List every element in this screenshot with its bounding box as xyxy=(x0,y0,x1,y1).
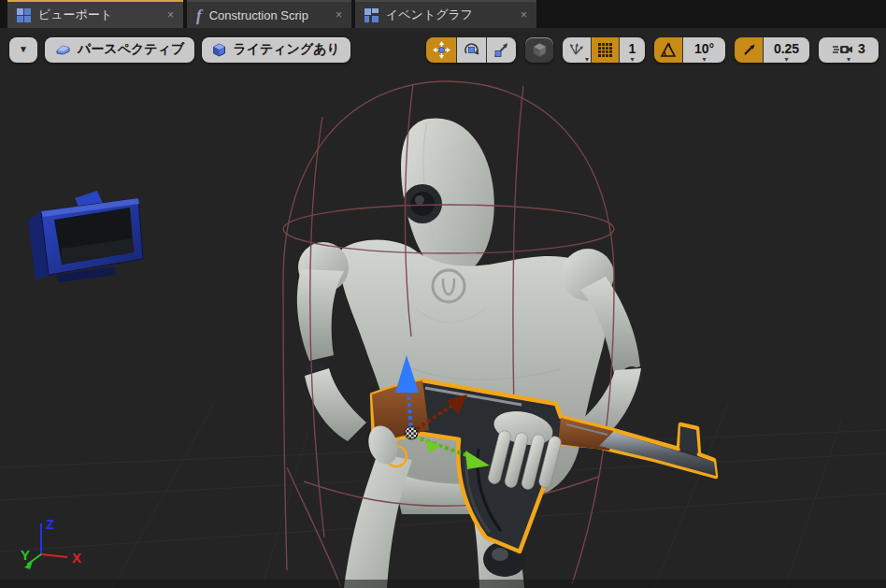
tab-event-graph[interactable]: イベントグラフ × xyxy=(355,0,536,28)
scale-snap-value[interactable]: 0.25 ▾ xyxy=(763,37,809,63)
scale-snap-group: 0.25 ▾ xyxy=(735,37,809,63)
grid-snap-toggle[interactable] xyxy=(591,37,619,63)
lit-mode-label: ライティングあり xyxy=(233,41,340,58)
scale-icon xyxy=(493,41,510,59)
grid-snap-value[interactable]: 1 ▾ xyxy=(619,37,645,63)
lit-mode-button[interactable]: ライティングあり xyxy=(202,37,350,63)
grid-snap-group: ▾ 1 ▾ xyxy=(563,37,645,63)
rotation-snap-toggle[interactable] xyxy=(654,37,682,63)
axis-gizmo: Z X Y xyxy=(21,516,81,569)
tab-label: Construction Scrip xyxy=(209,8,324,22)
camera-speed-button[interactable]: 3 ▾ xyxy=(819,37,879,63)
lit-cube-icon xyxy=(212,43,226,57)
scale-snap-icon xyxy=(741,42,757,58)
blue-dumpster-mesh[interactable] xyxy=(28,191,143,282)
rotation-snap-value[interactable]: 10° ▾ xyxy=(682,37,725,63)
close-icon[interactable]: × xyxy=(521,8,527,22)
surface-snap-button[interactable]: ▾ xyxy=(563,37,591,63)
close-icon[interactable]: × xyxy=(167,8,174,22)
scale-snap-toggle[interactable] xyxy=(735,37,763,63)
rotate-icon xyxy=(463,41,480,59)
perspective-icon xyxy=(55,44,71,56)
function-icon: f xyxy=(196,7,202,23)
caret-down-icon: ▾ xyxy=(702,56,706,63)
viewport-scene: Z X Y xyxy=(0,28,886,588)
surface-snap-icon xyxy=(568,42,585,57)
viewport-3d[interactable]: Z X Y ▼ パースペクティブ xyxy=(0,28,886,588)
tab-label: イベントグラフ xyxy=(386,7,509,23)
event-graph-icon xyxy=(364,8,379,22)
transform-tools xyxy=(426,37,516,63)
tab-viewport[interactable]: ビューポート × xyxy=(7,0,183,28)
rotation-snap-group: 10° ▾ xyxy=(654,37,725,63)
tab-construction-script[interactable]: f Construction Scrip × xyxy=(187,0,351,28)
gizmo-origin[interactable] xyxy=(405,426,418,439)
rotate-tool-button[interactable] xyxy=(456,37,486,63)
viewport-options-dropdown[interactable]: ▼ xyxy=(9,37,37,63)
coordinate-space-button[interactable] xyxy=(525,37,553,63)
transform-snap-group: ▾ 1 ▾ xyxy=(426,37,879,63)
viewport-toolbar: ▼ パースペクティブ ライティングあり xyxy=(0,36,886,64)
caret-down-icon: ▾ xyxy=(784,56,788,63)
caret-down-icon: ▾ xyxy=(847,56,850,63)
perspective-button[interactable]: パースペクティブ xyxy=(45,37,194,63)
viewport-options-group: ▼ パースペクティブ ライティングあり xyxy=(9,37,350,63)
camera-speed-group: 3 ▾ xyxy=(819,37,879,63)
axis-x-label: X xyxy=(72,550,81,566)
angle-snap-icon xyxy=(660,42,677,58)
viewport-bottom-edge xyxy=(0,580,886,588)
axis-z-label: Z xyxy=(46,516,54,532)
move-tool-button[interactable] xyxy=(426,37,456,63)
tab-label: ビューポート xyxy=(38,7,156,23)
move-icon xyxy=(433,41,450,59)
viewport-grid-icon xyxy=(17,8,31,22)
scale-tool-button[interactable] xyxy=(486,37,516,63)
caret-down-icon: ▾ xyxy=(630,56,634,63)
perspective-label: パースペクティブ xyxy=(78,41,184,58)
axis-y-label: Y xyxy=(21,547,30,563)
tab-bar: ビューポート × f Construction Scrip × イベントグラフ … xyxy=(0,0,886,28)
caret-down-icon: ▾ xyxy=(585,56,589,63)
unreal-editor-window: ビューポート × f Construction Scrip × イベントグラフ … xyxy=(0,0,886,588)
close-icon[interactable]: × xyxy=(336,8,342,22)
world-cube-icon xyxy=(532,42,548,58)
caret-down-icon: ▼ xyxy=(19,45,28,54)
grid-snap-icon xyxy=(597,42,613,58)
